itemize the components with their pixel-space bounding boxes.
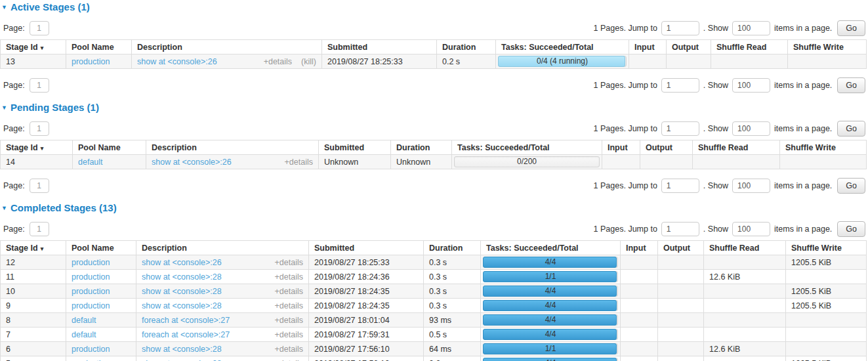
section-title-text[interactable]: Active Stages (1) <box>10 1 90 12</box>
pool-name-link[interactable]: production <box>72 272 110 282</box>
column-header-submitted[interactable]: Submitted <box>319 140 391 155</box>
pool-name-link[interactable]: production <box>72 57 110 66</box>
output-cell <box>640 155 693 169</box>
kill-link[interactable]: (kill) <box>301 57 316 66</box>
jump-to-page-input[interactable] <box>661 21 699 35</box>
pool-name-link[interactable]: default <box>72 330 96 339</box>
stage-description-link[interactable]: show at <console>:26 <box>152 158 232 167</box>
details-toggle[interactable]: +details <box>264 57 292 66</box>
tasks-cell: 0/200 <box>452 155 602 169</box>
details-toggle[interactable]: +details <box>275 330 303 339</box>
page-number-input[interactable] <box>30 78 49 93</box>
page-number-input[interactable] <box>30 222 49 236</box>
pool-name-link[interactable]: production <box>72 359 110 361</box>
column-header-input[interactable]: Input <box>602 140 640 155</box>
input-cell <box>621 328 658 342</box>
task-progress-label: 4/4 <box>484 286 617 296</box>
stage-description-link[interactable]: show at <console>:28 <box>142 287 222 296</box>
column-header-input[interactable]: Input <box>621 241 658 255</box>
pool-name-link[interactable]: production <box>72 345 110 354</box>
column-header-shuffle-read[interactable]: Shuffle Read <box>704 241 786 255</box>
column-header-pool-name[interactable]: Pool Name <box>66 40 132 54</box>
stage-description-link[interactable]: show at <console>:26 <box>142 258 222 267</box>
show-count-input[interactable] <box>732 121 770 136</box>
show-count-input[interactable] <box>732 222 770 236</box>
go-button[interactable]: Go <box>837 20 865 36</box>
column-header-label: Submitted <box>327 43 367 52</box>
pool-name-link[interactable]: default <box>78 158 103 167</box>
column-header-duration[interactable]: Duration <box>424 241 481 255</box>
show-count-input[interactable] <box>732 78 770 93</box>
show-count-input[interactable] <box>732 21 770 35</box>
column-header-stage-id[interactable]: Stage Id▾ <box>1 40 66 54</box>
shuffle-read-cell <box>693 155 780 169</box>
pool-name-link[interactable]: default <box>72 316 96 325</box>
details-toggle[interactable]: +details <box>275 301 303 310</box>
show-count-input[interactable] <box>732 179 770 193</box>
section-title-pending[interactable]: ▼Pending Stages (1) <box>1 102 868 113</box>
column-header-output[interactable]: Output <box>640 140 693 155</box>
column-header-output[interactable]: Output <box>667 40 711 54</box>
details-toggle[interactable]: +details <box>275 258 303 267</box>
stage-description-link[interactable]: foreach at <console>:27 <box>142 316 230 325</box>
section-title-completed[interactable]: ▼Completed Stages (13) <box>1 202 868 213</box>
column-header-stage-id[interactable]: Stage Id▾ <box>1 241 66 255</box>
stage-description-link[interactable]: foreach at <console>:27 <box>142 330 230 339</box>
go-button[interactable]: Go <box>837 77 865 93</box>
stage-description-link[interactable]: show at <console>:28 <box>142 301 222 310</box>
go-button[interactable]: Go <box>837 121 865 137</box>
page-number-input[interactable] <box>30 121 49 136</box>
go-button[interactable]: Go <box>837 178 865 194</box>
section-title-text[interactable]: Pending Stages (1) <box>10 102 99 113</box>
jump-to-page-input[interactable] <box>661 121 699 136</box>
column-header-duration[interactable]: Duration <box>391 140 452 155</box>
jump-to-page-input[interactable] <box>661 222 699 236</box>
page-number-input[interactable] <box>30 21 49 35</box>
stage-row: 12productionshow at <console>:26+details… <box>1 255 867 270</box>
section-title-text[interactable]: Completed Stages (13) <box>10 202 117 213</box>
details-toggle[interactable]: +details <box>285 158 313 167</box>
column-header-duration[interactable]: Duration <box>437 40 496 54</box>
column-header-shuffle-read[interactable]: Shuffle Read <box>711 40 788 54</box>
jump-to-page-input[interactable] <box>661 179 699 193</box>
column-header-shuffle-read[interactable]: Shuffle Read <box>693 140 780 155</box>
stage-description-link[interactable]: show at <console>:26 <box>137 57 217 66</box>
column-header-submitted[interactable]: Submitted <box>309 241 424 255</box>
column-header-description[interactable]: Description <box>146 140 319 155</box>
column-header-tasks-succeeded-total[interactable]: Tasks: Succeeded/Total <box>452 140 602 155</box>
column-header-submitted[interactable]: Submitted <box>322 40 437 54</box>
stage-description-link[interactable]: show at <console>:28 <box>142 359 222 361</box>
pagination-row-completed-top: Page:1 Pages. Jump to. Showitems in a pa… <box>3 221 865 237</box>
column-header-label: Tasks: Succeeded/Total <box>501 43 594 52</box>
column-header-input[interactable]: Input <box>629 40 667 54</box>
details-toggle[interactable]: +details <box>275 272 303 282</box>
section-title-active[interactable]: ▼Active Stages (1) <box>1 1 868 12</box>
details-toggle[interactable]: +details <box>275 359 303 361</box>
output-cell <box>658 313 704 328</box>
stage-description-link[interactable]: show at <console>:28 <box>142 345 222 354</box>
column-header-stage-id[interactable]: Stage Id▾ <box>1 140 73 155</box>
column-header-shuffle-write[interactable]: Shuffle Write <box>780 140 867 155</box>
go-button[interactable]: Go <box>837 221 865 237</box>
pool-name-link[interactable]: production <box>72 258 110 267</box>
column-header-tasks-succeeded-total[interactable]: Tasks: Succeeded/Total <box>481 241 621 255</box>
column-header-label: Description <box>137 43 182 52</box>
column-header-description[interactable]: Description <box>132 40 322 54</box>
column-header-description[interactable]: Description <box>136 241 309 255</box>
jump-to-page-input[interactable] <box>661 78 699 93</box>
details-toggle[interactable]: +details <box>275 345 303 354</box>
column-header-shuffle-write[interactable]: Shuffle Write <box>786 241 867 255</box>
page-number-input[interactable] <box>30 179 49 193</box>
column-header-output[interactable]: Output <box>658 241 704 255</box>
column-header-pool-name[interactable]: Pool Name <box>66 241 136 255</box>
column-header-tasks-succeeded-total[interactable]: Tasks: Succeeded/Total <box>496 40 629 54</box>
column-header-shuffle-write[interactable]: Shuffle Write <box>788 40 867 54</box>
description-cell: foreach at <console>:27+details <box>136 328 309 342</box>
output-cell <box>658 255 704 270</box>
details-toggle[interactable]: +details <box>275 287 303 296</box>
details-toggle[interactable]: +details <box>275 316 303 325</box>
stage-description-link[interactable]: show at <console>:28 <box>142 272 222 282</box>
pool-name-link[interactable]: production <box>72 301 110 310</box>
column-header-pool-name[interactable]: Pool Name <box>73 140 146 155</box>
pool-name-link[interactable]: production <box>72 287 110 296</box>
